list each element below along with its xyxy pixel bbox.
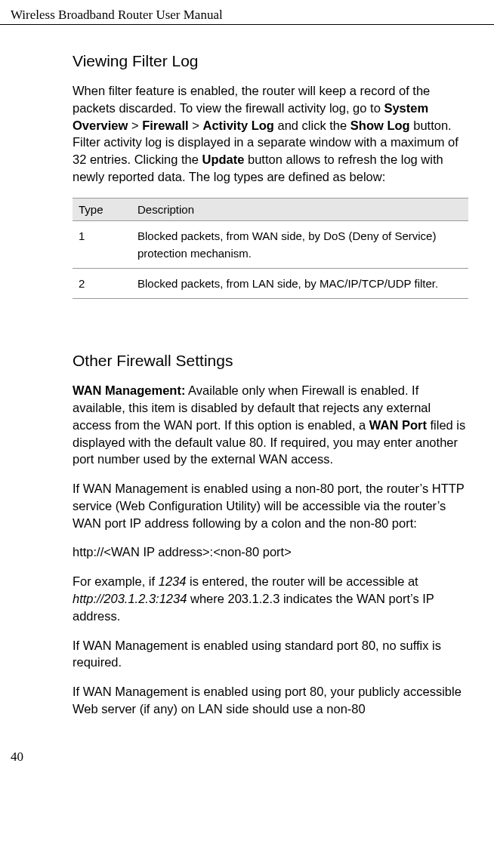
para-port80-webserver: If WAN Management is enabled using port … bbox=[73, 683, 468, 718]
para-port80-nosuffix: If WAN Management is enabled using stand… bbox=[73, 637, 468, 672]
label-wan-management: WAN Management: bbox=[73, 383, 185, 397]
para-url-format: http://<WAN IP address>:<non-80 port> bbox=[73, 543, 468, 561]
text: and click the bbox=[274, 119, 350, 132]
button-ref-show-log: Show Log bbox=[350, 119, 410, 132]
table-row: 2 Blocked packets, from LAN side, by MAC… bbox=[73, 269, 468, 299]
cell-desc: Blocked packets, from LAN side, by MAC/I… bbox=[131, 269, 468, 299]
heading-other-firewall-settings: Other Firewall Settings bbox=[73, 352, 468, 370]
text: > bbox=[128, 119, 142, 132]
nav-firewall: Firewall bbox=[142, 119, 188, 132]
cell-type: 1 bbox=[73, 220, 131, 269]
heading-viewing-filter-log: Viewing Filter Log bbox=[73, 46, 468, 70]
cell-desc: Blocked packets, from WAN side, by DoS (… bbox=[131, 220, 468, 269]
cell-type: 2 bbox=[73, 269, 131, 299]
text: > bbox=[189, 119, 203, 132]
text: When filter feature is enabled, the rout… bbox=[73, 84, 430, 115]
log-types-table: Type Description 1 Blocked packets, from… bbox=[73, 198, 468, 300]
table-row: 1 Blocked packets, from WAN side, by DoS… bbox=[73, 220, 468, 269]
footer: 40 bbox=[0, 730, 494, 775]
text: is entered, the router will be accessibl… bbox=[186, 574, 418, 588]
text: For example, if bbox=[73, 574, 159, 588]
col-header-type: Type bbox=[73, 198, 131, 220]
page-content: Viewing Filter Log When filter feature i… bbox=[0, 25, 494, 718]
para-non80-port: If WAN Management is enabled using a non… bbox=[73, 480, 468, 531]
table-header-row: Type Description bbox=[73, 198, 468, 220]
running-header: Wireless Broadband Router User Manual bbox=[0, 0, 494, 25]
example-url: http://203.1.2.3:1234 bbox=[73, 592, 187, 605]
example-port: 1234 bbox=[159, 574, 187, 588]
para-wan-management: WAN Management: Available only when Fire… bbox=[73, 382, 468, 468]
button-ref-update: Update bbox=[202, 152, 245, 166]
para-example: For example, if 1234 is entered, the rou… bbox=[73, 573, 468, 624]
col-header-description: Description bbox=[131, 198, 468, 220]
page-number: 40 bbox=[11, 749, 23, 765]
nav-activity-log: Activity Log bbox=[202, 119, 273, 132]
label-wan-port: WAN Port bbox=[369, 418, 427, 432]
para-filter-log-intro: When filter feature is enabled, the rout… bbox=[73, 82, 468, 186]
